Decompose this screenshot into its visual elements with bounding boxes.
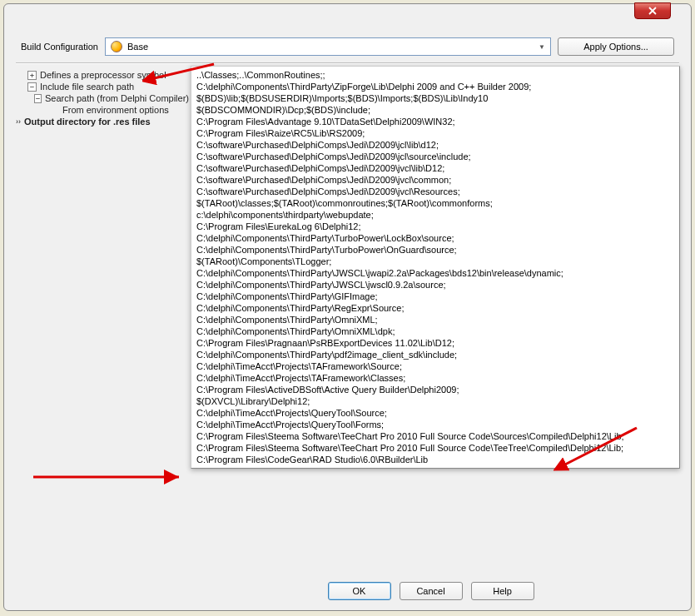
path-entry: $(BDSCOMMONDIR)\Dcp;$(BDS)\include; — [196, 104, 674, 116]
annotation-arrow-2 — [29, 469, 187, 485]
tree-item-search-path[interactable]: − Search path (from Delphi Compiler) — [16, 92, 189, 104]
path-entry: C:\software\Purchased\DelphiComps\Jedi\D… — [196, 151, 674, 162]
path-entry: C:\Program Files\Steema Software\TeeChar… — [196, 430, 674, 442]
path-entry: ..\Classes;..\CommonRoutines;; — [196, 69, 674, 81]
tree-label: Include file search path — [40, 82, 134, 92]
tree-item-include-path[interactable]: − Include file search path — [16, 81, 189, 92]
close-icon — [648, 7, 657, 15]
tree-label: From environment options — [62, 105, 169, 115]
path-entry: C:\software\Purchased\DelphiComps\Jedi\D… — [196, 139, 674, 151]
chevrons-icon: ›› — [16, 117, 21, 126]
path-entry: C:\delphi\TimeAcct\Projects\TAFramework\… — [196, 372, 674, 384]
help-button[interactable]: Help — [471, 582, 534, 600]
path-entry: $(BDS)\lib;$(BDSUSERDIR)\Imports;$(BDS)\… — [196, 92, 674, 104]
path-entry: C:\software\Purchased\DelphiComps\Jedi\D… — [196, 162, 674, 174]
path-entry: C:\Program Files\Raize\RC5\Lib\RS2009; — [196, 127, 674, 139]
path-entry: $(TARoot)\Components\TLogger; — [196, 256, 674, 267]
path-entry: C:\delphi\Components\ThirdParty\JWSCL\jw… — [196, 267, 674, 279]
search-path-value-panel[interactable]: ..\Classes;..\CommonRoutines;;C:\delphi\… — [191, 66, 680, 469]
build-config-label: Build Configuration — [21, 42, 98, 52]
apply-options-button[interactable]: Apply Options... — [558, 37, 674, 56]
path-entry: C:\delphi\TimeAcct\Projects\QueryTool\So… — [196, 407, 674, 419]
options-dialog: Build Configuration Base ▼ Apply Options… — [3, 3, 692, 611]
path-entry: C:\Program Files\Advantage 9.10\TDataSet… — [196, 116, 674, 127]
path-entry: C:\delphi\Components\ThirdParty\ZipForge… — [196, 81, 674, 92]
path-entry: C:\Program Files\CodeGear\RAD Studio\6.0… — [196, 454, 674, 465]
path-entry: C:\Program Files\EurekaLog 6\Delphi12; — [196, 221, 674, 232]
tree-label: Defines a preprocessor symbol — [40, 70, 166, 80]
path-entry: C:\Program Files\Pragnaan\PsRBExportDevi… — [196, 337, 674, 349]
ok-button[interactable]: OK — [328, 582, 391, 600]
path-entry: C:\Program Files\Steema Software\TeeChar… — [196, 442, 674, 454]
collapse-icon[interactable]: − — [27, 82, 37, 92]
tree-item-preprocessor[interactable]: + Defines a preprocessor symbol — [16, 69, 189, 81]
path-entry: C:\delphi\Components\ThirdParty\TurboPow… — [196, 244, 674, 256]
tree-item-output-dir[interactable]: ›› Output directory for .res files — [16, 116, 189, 127]
path-entry: C:\software\Purchased\DelphiComps\Jedi\D… — [196, 186, 674, 197]
build-config-value: Base — [127, 42, 539, 52]
tree-item-from-env[interactable]: From environment options — [16, 104, 189, 116]
options-tree: + Defines a preprocessor symbol − Includ… — [16, 69, 189, 127]
path-entry: C:\software\Purchased\DelphiComps\Jedi\D… — [196, 174, 674, 186]
build-config-select[interactable]: Base ▼ — [105, 37, 551, 56]
chevron-down-icon: ▼ — [539, 43, 545, 51]
expand-icon[interactable]: + — [27, 71, 37, 80]
tree-label: Search path (from Delphi Compiler) — [45, 93, 189, 103]
path-entry: c:\delphi\components\thirdparty\webupdat… — [196, 209, 674, 221]
base-config-icon — [111, 41, 122, 52]
collapse-icon[interactable]: − — [34, 94, 42, 103]
tree-label: Output directory for .res files — [24, 117, 151, 127]
cancel-button[interactable]: Cancel — [400, 582, 463, 600]
path-entry: C:\delphi\Components\ThirdParty\GIFImage… — [196, 291, 674, 302]
path-entry: C:\delphi\Components\ThirdParty\OmniXML; — [196, 314, 674, 325]
path-entry: C:\delphi\Components\ThirdParty\TurboPow… — [196, 232, 674, 244]
path-entry: $(DXVCL)\Library\Delphi12; — [196, 395, 674, 407]
path-entry: C:\delphi\Components\ThirdParty\RegExpr\… — [196, 302, 674, 314]
path-entry: C:\delphi\TimeAcct\Projects\QueryTool\Fo… — [196, 419, 674, 430]
path-entry: C:\delphi\Components\ThirdParty\JWSCL\jw… — [196, 279, 674, 291]
path-entry: C:\Program Files\ActiveDBSoft\Active Que… — [196, 384, 674, 395]
path-entry: C:\delphi\Components\ThirdParty\OmniXML\… — [196, 325, 674, 337]
path-entry: $(TARoot)\classes;$(TARoot)\commonroutin… — [196, 197, 674, 209]
path-entry: C:\delphi\TimeAcct\Projects\TAFramework\… — [196, 360, 674, 372]
close-button[interactable] — [634, 2, 671, 19]
path-entry: C:\delphi\Components\ThirdParty\pdf2imag… — [196, 349, 674, 360]
